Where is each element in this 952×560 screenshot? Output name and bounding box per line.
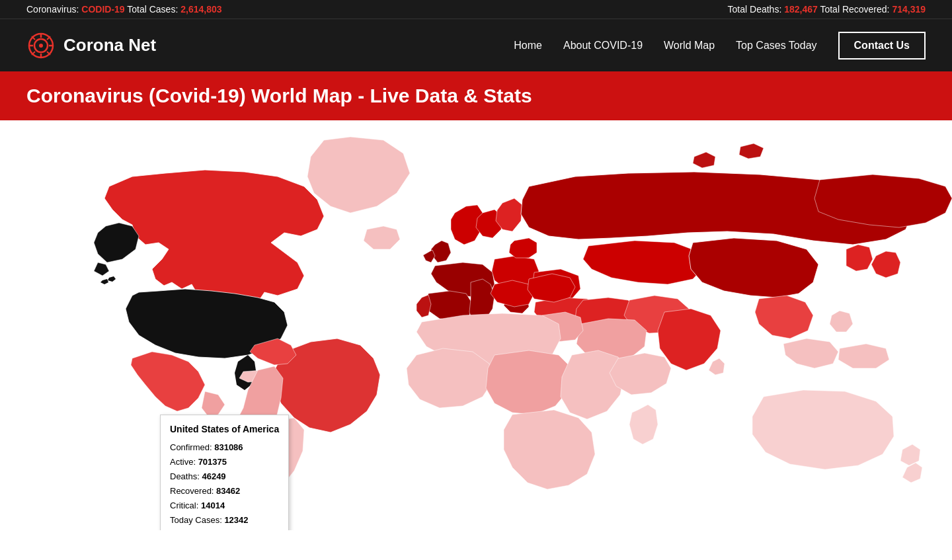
tooltip-active: Active: 701375 xyxy=(170,455,279,469)
active-value: 701375 xyxy=(198,457,227,467)
today-deaths-label: Today Deaths: xyxy=(170,530,225,530)
world-map[interactable] xyxy=(0,120,952,530)
deaths-value: 46249 xyxy=(202,471,225,481)
logo-text: Corona Net xyxy=(63,35,156,56)
svg-point-2 xyxy=(39,44,43,48)
brand-label: CODID-19 xyxy=(81,4,124,15)
tooltip-today-cases: Today Cases: 12342 xyxy=(170,513,279,528)
critical-label: Critical: xyxy=(170,500,198,510)
logo: Corona Net xyxy=(26,31,514,60)
logo-icon xyxy=(26,31,56,60)
country-tooltip: United States of America Confirmed: 8310… xyxy=(160,415,289,530)
contact-button[interactable]: Contact Us xyxy=(838,32,926,60)
nav-links: Home About COVID-19 World Map Top Cases … xyxy=(514,32,926,60)
tooltip-deaths: Deaths: 46249 xyxy=(170,469,279,484)
stats-bar: Coronavirus: CODID-19 Total Cases: 2,614… xyxy=(0,0,952,19)
cases-label: Total Cases: xyxy=(127,4,178,15)
confirmed-label: Confirmed: xyxy=(170,442,212,452)
page-title: Coronavirus (Covid-19) World Map - Live … xyxy=(26,85,926,107)
deaths-label: Deaths: xyxy=(170,471,200,481)
nav-top-cases[interactable]: Top Cases Today xyxy=(736,40,816,51)
critical-value: 14014 xyxy=(201,500,225,510)
total-deaths: 182,467 xyxy=(784,4,818,15)
recovered-value: 83462 xyxy=(216,486,240,496)
confirmed-value: 831086 xyxy=(214,442,243,452)
nav-worldmap[interactable]: World Map xyxy=(664,40,715,51)
tooltip-recovered: Recovered: 83462 xyxy=(170,484,279,499)
deaths-label: Total Deaths: xyxy=(728,4,782,15)
recovered-label: Total Recovered: xyxy=(820,4,889,15)
today-cases-value: 12342 xyxy=(224,515,248,525)
tooltip-country: United States of America xyxy=(170,422,279,438)
total-recovered: 714,319 xyxy=(892,4,926,15)
stats-right: Total Deaths: 182,467 Total Recovered: 7… xyxy=(728,4,926,15)
nav-about[interactable]: About COVID-19 xyxy=(563,40,643,51)
stats-left: Coronavirus: CODID-19 Total Cases: 2,614… xyxy=(26,4,222,15)
today-deaths-value: 931 xyxy=(227,530,242,530)
coronavirus-label: Coronavirus: xyxy=(26,4,79,15)
total-cases: 2,614,803 xyxy=(180,4,221,15)
tooltip-today-deaths: Today Deaths: 931 xyxy=(170,528,279,530)
tooltip-confirmed: Confirmed: 831086 xyxy=(170,440,279,455)
navbar: Corona Net Home About COVID-19 World Map… xyxy=(0,19,952,71)
map-container[interactable]: United States of America Confirmed: 8310… xyxy=(0,120,952,530)
nav-home[interactable]: Home xyxy=(514,40,542,51)
recovered-label: Recovered: xyxy=(170,486,214,496)
page-banner: Coronavirus (Covid-19) World Map - Live … xyxy=(0,71,952,120)
tooltip-critical: Critical: 14014 xyxy=(170,499,279,513)
today-cases-label: Today Cases: xyxy=(170,515,222,525)
active-label: Active: xyxy=(170,457,196,467)
